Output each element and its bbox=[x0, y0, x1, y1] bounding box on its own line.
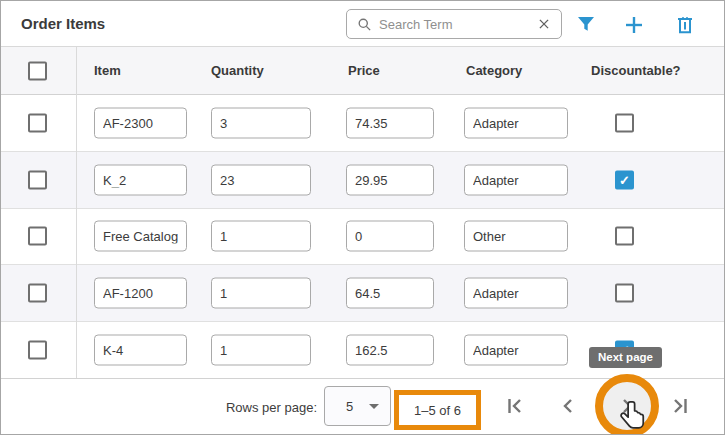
price-input[interactable] bbox=[346, 335, 434, 366]
pagination-footer: Rows per page: 5 1–5 of 6 bbox=[1, 378, 724, 434]
item-input[interactable] bbox=[94, 335, 187, 366]
delete-icon[interactable] bbox=[673, 13, 697, 37]
row-select-checkbox[interactable]: ✓ bbox=[28, 227, 47, 246]
column-header-discountable: Discountable? bbox=[591, 47, 681, 95]
first-page-button[interactable] bbox=[503, 394, 527, 418]
row-select-checkbox[interactable]: ✓ bbox=[28, 113, 47, 132]
table-row: ✓ ✓ bbox=[1, 209, 724, 266]
table-body: ✓ ✓ ✓ ✓ ✓ ✓ ✓ bbox=[1, 95, 724, 378]
add-icon[interactable] bbox=[622, 13, 646, 37]
table-row: ✓ ✓ bbox=[1, 152, 724, 209]
quantity-input[interactable] bbox=[211, 164, 311, 195]
column-header-price: Price bbox=[348, 47, 380, 95]
checkbox-column-divider bbox=[76, 47, 77, 378]
item-input[interactable] bbox=[94, 107, 187, 138]
table-header-row: ✓ Item Quantity Price Category Discounta… bbox=[1, 47, 724, 95]
discountable-checkbox[interactable]: ✓ bbox=[615, 113, 634, 132]
column-header-quantity: Quantity bbox=[211, 47, 264, 95]
range-annotation-rectangle: 1–5 of 6 bbox=[394, 390, 481, 430]
quantity-input[interactable] bbox=[211, 107, 311, 138]
table-row: ✓ ✓ bbox=[1, 95, 724, 152]
discountable-checkbox[interactable]: ✓ bbox=[615, 170, 634, 189]
search-box bbox=[346, 9, 562, 39]
price-input[interactable] bbox=[346, 221, 434, 252]
search-icon bbox=[357, 17, 372, 32]
discountable-checkbox[interactable]: ✓ bbox=[615, 284, 634, 303]
next-page-tooltip: Next page bbox=[589, 347, 662, 368]
category-input[interactable] bbox=[464, 107, 568, 138]
item-input[interactable] bbox=[94, 221, 187, 252]
category-input[interactable] bbox=[464, 278, 568, 309]
quantity-input[interactable] bbox=[211, 335, 311, 366]
row-select-checkbox[interactable]: ✓ bbox=[28, 284, 47, 303]
header-bar: Order Items bbox=[1, 1, 724, 47]
table-row: ✓ ✓ bbox=[1, 265, 724, 322]
page-range-label: 1–5 of 6 bbox=[414, 403, 461, 418]
search-input[interactable] bbox=[379, 17, 537, 32]
item-input[interactable] bbox=[94, 278, 187, 309]
order-items-grid: Order Items bbox=[0, 0, 725, 435]
discountable-checkbox[interactable]: ✓ bbox=[615, 227, 634, 246]
row-select-checkbox[interactable]: ✓ bbox=[28, 170, 47, 189]
category-input[interactable] bbox=[464, 335, 568, 366]
price-input[interactable] bbox=[346, 278, 434, 309]
category-input[interactable] bbox=[464, 221, 568, 252]
hand-cursor-icon bbox=[618, 399, 648, 435]
quantity-input[interactable] bbox=[211, 221, 311, 252]
price-input[interactable] bbox=[346, 107, 434, 138]
previous-page-button[interactable] bbox=[556, 394, 580, 418]
column-header-item: Item bbox=[94, 47, 121, 95]
page-title: Order Items bbox=[21, 1, 105, 46]
row-select-checkbox[interactable]: ✓ bbox=[28, 341, 47, 360]
quantity-input[interactable] bbox=[211, 278, 311, 309]
rows-per-page-select[interactable]: 5 bbox=[324, 386, 391, 426]
rows-per-page-label: Rows per page: bbox=[226, 399, 317, 414]
column-header-category: Category bbox=[466, 47, 522, 95]
last-page-button[interactable] bbox=[668, 394, 692, 418]
rows-per-page-value: 5 bbox=[325, 399, 353, 414]
clear-search-icon[interactable] bbox=[537, 17, 551, 31]
chevron-down-icon bbox=[369, 404, 379, 409]
category-input[interactable] bbox=[464, 164, 568, 195]
price-input[interactable] bbox=[346, 164, 434, 195]
item-input[interactable] bbox=[94, 164, 187, 195]
filter-icon[interactable] bbox=[574, 13, 598, 37]
select-all-checkbox[interactable]: ✓ bbox=[28, 61, 47, 80]
